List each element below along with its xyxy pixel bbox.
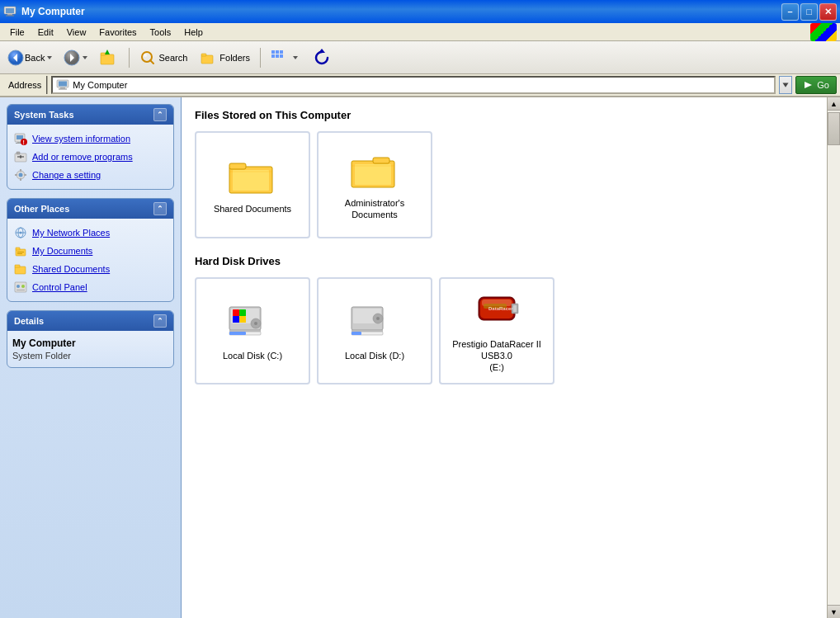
history-icon — [313, 49, 331, 67]
menu-help[interactable]: Help — [177, 26, 210, 39]
svg-rect-47 — [24, 174, 26, 176]
svg-rect-73 — [239, 309, 246, 316]
hard-disk-section-header: Hard Disk Drives — [195, 255, 814, 267]
details-header[interactable]: Details ⌃ — [7, 311, 173, 331]
title-computer-icon — [3, 5, 17, 18]
admin-documents-item[interactable]: Administrator'sDocuments — [317, 131, 432, 238]
local-disk-d-label: Local Disk (D:) — [345, 350, 404, 361]
menu-file[interactable]: File — [3, 26, 31, 39]
view-system-info-label: View system information — [32, 134, 130, 144]
svg-rect-44 — [20, 169, 21, 172]
history-button[interactable] — [307, 45, 337, 70]
add-remove-link[interactable]: Add or remove programs — [11, 148, 170, 166]
svg-marker-12 — [105, 50, 110, 54]
scroll-track — [828, 111, 840, 605]
scroll-thumb[interactable] — [828, 112, 840, 145]
other-places-body: My Network Places My Documents — [7, 219, 173, 301]
admin-documents-label: Administrator'sDocuments — [345, 197, 404, 221]
address-value: My Computer — [73, 80, 127, 90]
svg-rect-57 — [15, 265, 20, 267]
my-documents-label: My Documents — [32, 246, 92, 256]
svg-point-59 — [17, 285, 20, 288]
add-remove-icon — [14, 150, 27, 163]
address-bar: Address My Computer Go — [0, 74, 840, 97]
scroll-up-button[interactable]: ▲ — [828, 97, 840, 111]
svg-rect-45 — [20, 178, 21, 181]
view-system-info-link[interactable]: ! View system information — [11, 130, 170, 148]
close-button[interactable]: ✕ — [819, 3, 837, 21]
title-bar: My Computer – □ ✕ — [0, 0, 840, 23]
svg-rect-53 — [16, 248, 20, 250]
svg-rect-16 — [201, 55, 213, 64]
svg-rect-46 — [15, 174, 17, 176]
maximize-button[interactable]: □ — [800, 3, 818, 21]
other-places-header[interactable]: Other Places ⌃ — [7, 199, 173, 219]
other-places-collapse[interactable]: ⌃ — [153, 202, 167, 215]
go-arrow-icon — [803, 79, 814, 91]
scrollbar[interactable]: ▲ ▼ — [827, 97, 840, 618]
info-icon: ! — [14, 132, 27, 145]
svg-point-84 — [376, 317, 380, 320]
system-tasks-collapse[interactable]: ⌃ — [153, 108, 167, 121]
go-label: Go — [817, 80, 829, 90]
view-dropdown-icon — [291, 51, 300, 64]
sidebar: System Tasks ⌃ ! View system information — [0, 97, 182, 618]
toolbar-separator-1 — [129, 48, 130, 68]
control-panel-link[interactable]: Control Panel — [11, 278, 170, 296]
my-documents-link[interactable]: My Documents — [11, 242, 170, 260]
back-button[interactable]: Back — [3, 45, 58, 70]
svg-rect-67 — [373, 158, 389, 163]
shared-documents-item[interactable]: Shared Documents — [195, 131, 310, 238]
local-disk-d-item[interactable]: Local Disk (D:) — [317, 277, 432, 384]
svg-marker-24 — [293, 56, 298, 59]
system-tasks-body: ! View system information Add or remove … — [7, 125, 173, 189]
my-network-places-link[interactable]: My Network Places — [11, 224, 170, 242]
address-input[interactable]: My Computer — [51, 76, 776, 94]
svg-rect-27 — [59, 82, 67, 87]
files-section-header: Files Stored on This Computer — [195, 109, 814, 121]
svg-rect-54 — [17, 252, 24, 252]
folders-label: Folders — [219, 53, 250, 63]
svg-rect-1 — [6, 8, 14, 13]
menu-tools[interactable]: Tools — [144, 26, 178, 39]
shared-documents-label: Shared Documents — [214, 203, 291, 215]
search-button[interactable]: Search — [134, 45, 193, 70]
address-dropdown-icon[interactable] — [779, 76, 792, 94]
go-button[interactable]: Go — [795, 76, 837, 94]
menu-favorites[interactable]: Favorites — [92, 26, 143, 39]
menu-edit[interactable]: Edit — [31, 26, 60, 39]
change-setting-link[interactable]: Change a setting — [11, 166, 170, 184]
change-setting-label: Change a setting — [32, 170, 101, 180]
settings-icon — [14, 168, 27, 182]
details-collapse[interactable]: ⌃ — [153, 314, 167, 328]
svg-marker-30 — [783, 83, 789, 87]
local-disk-c-item[interactable]: Local Disk (C:) — [195, 277, 310, 384]
scroll-down-button[interactable]: ▼ — [828, 605, 840, 618]
my-network-places-label: My Network Places — [32, 228, 110, 238]
svg-rect-18 — [271, 50, 275, 54]
svg-rect-55 — [17, 253, 22, 254]
svg-marker-6 — [47, 56, 52, 59]
folders-button[interactable]: Folders — [195, 45, 256, 70]
forward-button[interactable] — [59, 45, 93, 70]
search-icon — [139, 50, 156, 66]
svg-rect-17 — [201, 54, 206, 56]
usb-drive-e-item[interactable]: DataRacer Prestigio DataRacer II USB3.0(… — [439, 277, 554, 384]
up-button[interactable] — [95, 45, 125, 70]
shared-documents-link[interactable]: Shared Documents — [11, 260, 170, 278]
usb-drive-e-label: Prestigio DataRacer II USB3.0(E:) — [441, 338, 553, 374]
system-tasks-header[interactable]: System Tasks ⌃ — [7, 105, 173, 125]
svg-rect-72 — [233, 309, 239, 316]
svg-rect-22 — [276, 54, 279, 58]
details-label: Details — [14, 316, 44, 326]
view-button[interactable] — [265, 45, 305, 70]
svg-marker-9 — [83, 56, 87, 59]
toolbar: Back — [0, 41, 840, 74]
content-area: Files Stored on This Computer Shared Doc… — [182, 97, 827, 618]
svg-rect-79 — [229, 332, 246, 335]
svg-point-60 — [21, 285, 25, 288]
menu-view[interactable]: View — [60, 26, 93, 39]
minimize-button[interactable]: – — [781, 3, 799, 21]
svg-rect-93 — [513, 305, 517, 312]
svg-rect-29 — [59, 89, 67, 90]
